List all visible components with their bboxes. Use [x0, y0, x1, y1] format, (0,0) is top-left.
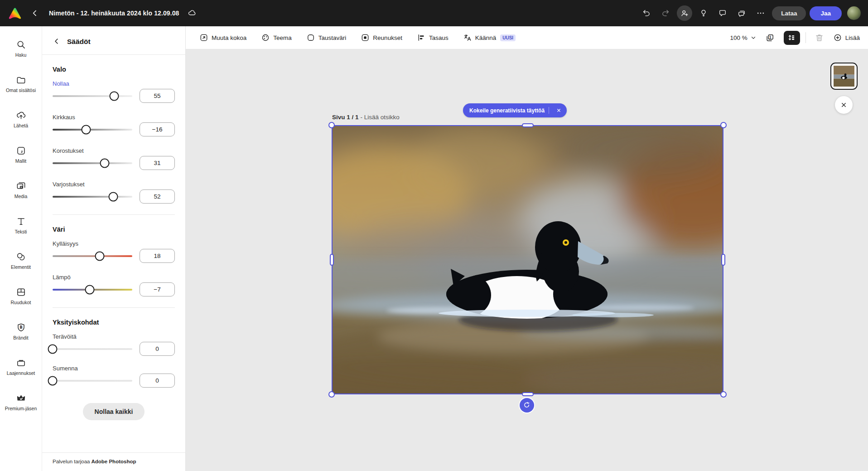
- slider-thumb[interactable]: [100, 158, 110, 168]
- person-add-icon: [680, 9, 689, 18]
- panel-footer: Palvelun tarjoaaAdobe Photoshop: [42, 452, 185, 471]
- slider-label: Nollaa: [53, 80, 175, 87]
- generative-fill-tooltip[interactable]: Kokeile generatiivista täyttöä: [463, 103, 567, 117]
- slider-thumb[interactable]: [81, 125, 91, 134]
- slider-track[interactable]: [53, 125, 132, 135]
- slider-track[interactable]: [53, 251, 132, 261]
- pages-button[interactable]: 1: [762, 31, 778, 45]
- reset-all-button[interactable]: Nollaa kaikki: [83, 403, 145, 420]
- redo-button[interactable]: [658, 5, 673, 21]
- context-toolbar: Muuta kokoaTeemaTaustaväriReunuksetTasau…: [186, 26, 868, 49]
- arrange-layers-button[interactable]: [784, 31, 800, 45]
- slider-track[interactable]: [53, 285, 132, 295]
- svg-text:B: B: [19, 325, 22, 330]
- sidebar-item-ruudukot[interactable]: Ruudukot: [0, 278, 42, 314]
- invite-people-button[interactable]: [677, 5, 692, 21]
- toolbar-item-reunukset[interactable]: Reunukset: [361, 33, 402, 42]
- resize-handle-left[interactable]: [330, 254, 334, 266]
- resize-handle-bottom-right[interactable]: [720, 391, 727, 398]
- add-button[interactable]: Lisää: [833, 33, 860, 42]
- slider-thumb[interactable]: [48, 344, 58, 354]
- slider-value-input[interactable]: 0: [140, 342, 175, 356]
- panel-back-button[interactable]: [53, 37, 62, 46]
- tooltip-close-button[interactable]: [553, 105, 564, 116]
- resize-handle-top-right[interactable]: [720, 122, 727, 128]
- slider-thumb[interactable]: [95, 251, 104, 261]
- slider-value-input[interactable]: 31: [140, 156, 175, 170]
- feedback-button[interactable]: [734, 5, 749, 21]
- slider-thumb[interactable]: [48, 376, 58, 385]
- sidebar-item-elementit[interactable]: Elementit: [0, 243, 42, 278]
- new-badge: UUSI: [500, 34, 516, 41]
- sidebar-item-label: Teksti: [15, 229, 27, 235]
- sidebar-item-omat-sis-lt-si[interactable]: Omat sisältösi: [0, 66, 42, 102]
- zoom-control[interactable]: 100 %: [730, 34, 756, 41]
- toolbar-item-tasaus[interactable]: Tasaus: [417, 33, 448, 42]
- sidebar-item-media[interactable]: Media: [0, 172, 42, 208]
- toolbar-item-teema[interactable]: Teema: [261, 33, 292, 42]
- page-thumbnail[interactable]: [830, 63, 858, 90]
- add-title-hint[interactable]: - Lisää otsikko: [361, 114, 400, 121]
- more-options-button[interactable]: [753, 5, 768, 21]
- folder-icon: [16, 75, 26, 85]
- slider-thumb[interactable]: [110, 91, 119, 101]
- slider-track[interactable]: [53, 192, 132, 202]
- slider-value-input[interactable]: 18: [140, 249, 175, 263]
- deselect-button[interactable]: [835, 96, 853, 114]
- comment-button[interactable]: [715, 5, 730, 21]
- slider-thumb[interactable]: [108, 192, 118, 201]
- resize-handle-right[interactable]: [721, 254, 725, 266]
- arrange-icon: [787, 33, 796, 43]
- translate-icon: [463, 33, 472, 42]
- sidebar-item-laajennukset[interactable]: Laajennukset: [0, 349, 42, 384]
- sidebar-item-label: Ruudukot: [11, 300, 31, 306]
- sidebar-item-mallit[interactable]: Mallit: [0, 137, 42, 172]
- rotate-handle[interactable]: [520, 398, 534, 413]
- resize-handle-bottom-left[interactable]: [328, 391, 335, 398]
- sidebar-item-l-het[interactable]: Lähetä: [0, 102, 42, 137]
- toolbar-item-taustav-ri[interactable]: Taustaväri: [306, 33, 347, 42]
- slider-thumb[interactable]: [85, 285, 94, 294]
- resize-handle-top-left[interactable]: [328, 122, 335, 128]
- redo-icon: [661, 9, 670, 18]
- slider-value-input[interactable]: 0: [140, 374, 175, 388]
- undo-icon: [642, 9, 651, 18]
- sidebar-item-premium-j-sen[interactable]: Premium-jäsen: [0, 384, 42, 420]
- slider-track[interactable]: [53, 344, 132, 354]
- comment-icon: [718, 9, 727, 18]
- media-icon: [16, 181, 26, 191]
- align-icon: [417, 33, 426, 42]
- undo-button[interactable]: [639, 5, 654, 21]
- resize-handle-top[interactable]: [522, 123, 534, 127]
- slider-track[interactable]: [53, 158, 132, 168]
- slider-gradient: [53, 162, 132, 164]
- toolbar-item-muuta-kokoa[interactable]: Muuta kokoa: [199, 33, 246, 42]
- share-button[interactable]: Jaa: [810, 6, 842, 20]
- slider-value-input[interactable]: 55: [140, 89, 175, 103]
- resize-handle-bottom[interactable]: [522, 392, 534, 396]
- slider-label: Terävöitä: [53, 333, 175, 340]
- back-button[interactable]: [27, 5, 43, 21]
- adobe-express-logo[interactable]: [8, 7, 22, 19]
- adjustments-panel: Säädöt ValoNollaa55Kirkkaus−16Korostukse…: [42, 26, 186, 471]
- slider-track[interactable]: [53, 376, 132, 386]
- text-icon: [16, 216, 26, 227]
- slider-sumenna: Sumenna0: [53, 365, 175, 388]
- suggestions-button[interactable]: [696, 5, 711, 21]
- selected-image[interactable]: [332, 126, 723, 394]
- sidebar-item-teksti[interactable]: Teksti: [0, 208, 42, 243]
- slider-value-input[interactable]: 52: [140, 189, 175, 204]
- section-divider: [53, 214, 175, 215]
- sidebar-item-haku[interactable]: Haku: [0, 31, 42, 66]
- slider-value-input[interactable]: −7: [140, 282, 175, 296]
- close-icon: [556, 108, 561, 113]
- tooltip-divider: [549, 107, 549, 114]
- download-button[interactable]: Lataa: [772, 6, 806, 20]
- toolbar-item-label: Muuta kokoa: [212, 34, 246, 41]
- avatar[interactable]: [847, 6, 861, 20]
- slider-track[interactable]: [53, 91, 132, 101]
- sidebar-item-br-ndit[interactable]: BBrändit: [0, 314, 42, 349]
- slider-value-input[interactable]: −16: [140, 122, 175, 136]
- toolbar-item-k-nn[interactable]: KäännäUUSI: [463, 33, 516, 42]
- delete-button[interactable]: [811, 31, 828, 45]
